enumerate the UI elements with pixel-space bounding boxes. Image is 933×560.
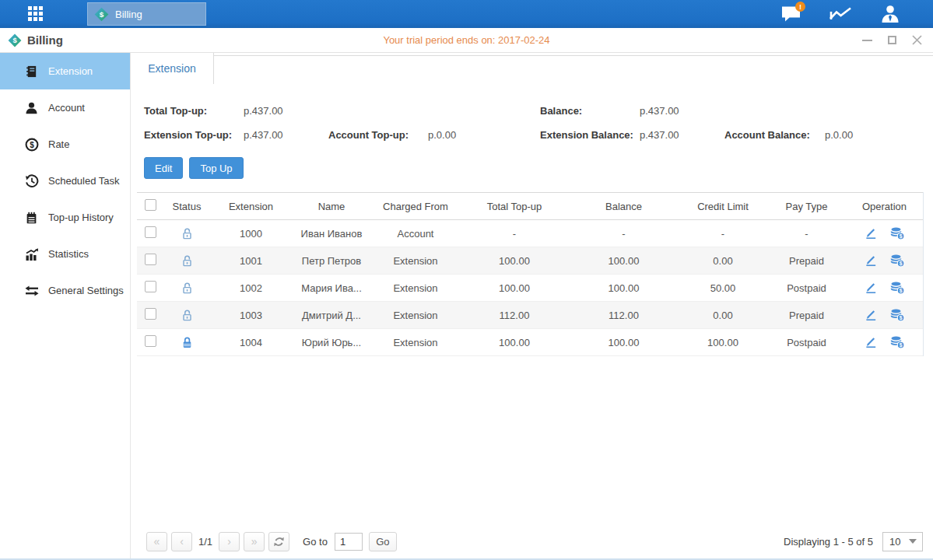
tab-bar: Extension: [131, 53, 933, 84]
cell-total-topup: 112.00: [460, 302, 569, 329]
cell-total-topup: 100.00: [460, 247, 569, 275]
row-checkbox[interactable]: [145, 226, 156, 238]
topup-coins-icon[interactable]: $: [890, 227, 905, 240]
first-page-button[interactable]: «: [146, 532, 167, 551]
topup-button[interactable]: Top Up: [189, 157, 243, 179]
next-page-button[interactable]: ›: [219, 532, 240, 551]
pagination-bar: « ‹ 1/1 › » Go to Go Displaying 1 - 5 of…: [146, 529, 923, 554]
sidebar-item-extension[interactable]: Extension: [0, 53, 130, 89]
edit-pencil-icon[interactable]: [865, 282, 878, 294]
row-checkbox[interactable]: [145, 281, 156, 292]
app-grid-icon[interactable]: [28, 6, 44, 22]
main-content: Extension Total Top-up: p.437.00 Balance…: [131, 53, 933, 558]
sidebar-item-scheduled-task[interactable]: Scheduled Task: [0, 163, 130, 199]
taskbar-item-billing[interactable]: $ Billing: [87, 2, 206, 26]
cell-credit-limit: -: [679, 220, 767, 247]
cell-extension: 1003: [210, 302, 292, 329]
svg-text:$: $: [899, 342, 902, 348]
col-balance: Balance: [569, 193, 679, 220]
cell-name: Петр Петров: [292, 247, 371, 275]
cell-pay-type: Prepaid: [767, 247, 846, 275]
scheduled-task-clock-icon: [24, 174, 39, 188]
statistics-bars-icon: [24, 247, 39, 261]
cell-credit-limit: 0.00: [679, 247, 767, 275]
cell-name: Иван Иванов: [292, 220, 371, 247]
col-name: Name: [292, 193, 371, 220]
sidebar-item-account[interactable]: Account: [0, 89, 130, 126]
cell-name: Мария Ива...: [292, 275, 371, 302]
cell-balance: -: [569, 220, 679, 247]
select-all-checkbox[interactable]: [145, 199, 156, 211]
cell-total-topup: -: [460, 220, 569, 247]
os-topbar: $ Billing !: [0, 0, 933, 28]
table-header-row: Status Extension Name Charged From Total…: [137, 193, 923, 220]
last-page-button[interactable]: »: [244, 532, 265, 551]
billing-diamond-icon: $: [8, 33, 22, 47]
col-extension: Extension: [210, 193, 292, 220]
sidebar-item-label: Statistics: [48, 248, 89, 260]
displaying-count: Displaying 1 - 5 of 5: [784, 536, 873, 548]
cell-extension: 1001: [210, 247, 292, 275]
close-icon[interactable]: [911, 35, 922, 46]
svg-text:$: $: [100, 10, 104, 19]
sidebar-item-label: Top-up History: [48, 212, 114, 223]
sidebar-item-topup-history[interactable]: Top-up History: [0, 199, 130, 236]
table-row: 1004Юрий Юрь...Extension100.00100.00100.…: [137, 329, 923, 356]
minimize-icon[interactable]: [861, 35, 872, 46]
statistics-chart-icon[interactable]: [829, 3, 852, 25]
user-account-icon[interactable]: [879, 3, 902, 25]
topup-coins-icon[interactable]: $: [890, 254, 905, 268]
refresh-button[interactable]: [268, 532, 289, 551]
row-checkbox[interactable]: [145, 254, 156, 265]
edit-pencil-icon[interactable]: [865, 254, 878, 267]
account-topup-value: p.0.00: [428, 129, 540, 141]
cell-pay-type: Prepaid: [767, 302, 846, 329]
page-size-value: 10: [889, 536, 900, 548]
cell-charged-from: Extension: [371, 247, 460, 275]
table-row: 1002Мария Ива...Extension100.00100.0050.…: [137, 275, 923, 302]
sidebar-item-rate[interactable]: $ Rate: [0, 126, 130, 163]
page-size-select[interactable]: 10: [882, 532, 923, 551]
table-row: 1003Дмитрий Д...Extension112.00112.000.0…: [137, 302, 923, 329]
edit-pencil-icon[interactable]: [865, 227, 878, 240]
window-title-text: Billing: [27, 33, 63, 47]
row-checkbox[interactable]: [145, 335, 156, 347]
extension-topup-value: p.437.00: [244, 129, 328, 141]
topup-coins-icon[interactable]: $: [890, 282, 905, 295]
sidebar-item-label: Scheduled Task: [48, 175, 120, 187]
col-pay-type: Pay Type: [767, 193, 846, 220]
account-balance-value: p.0.00: [825, 129, 933, 141]
edit-pencil-icon[interactable]: [865, 336, 878, 348]
tab-extension[interactable]: Extension: [131, 53, 214, 84]
messages-icon[interactable]: !: [779, 3, 802, 25]
general-settings-sliders-icon: [24, 284, 39, 298]
svg-text:$: $: [899, 288, 902, 294]
total-topup-label: Total Top-up:: [144, 105, 244, 117]
account-balance-label: Account Balance:: [724, 129, 825, 141]
prev-page-button[interactable]: ‹: [171, 532, 192, 551]
sidebar-item-statistics[interactable]: Statistics: [0, 236, 130, 272]
edit-pencil-icon[interactable]: [865, 309, 878, 321]
sidebar-item-general-settings[interactable]: General Settings: [0, 272, 130, 309]
tabbar-divider: [214, 55, 933, 84]
edit-button[interactable]: Edit: [144, 157, 183, 179]
cell-pay-type: Postpaid: [767, 329, 846, 356]
topup-coins-icon[interactable]: $: [890, 336, 905, 349]
lock-open-icon: [181, 227, 193, 240]
row-checkbox[interactable]: [145, 308, 156, 320]
col-operation: Operation: [846, 193, 923, 220]
cell-charged-from: Account: [371, 220, 460, 247]
balance-value: p.437.00: [640, 105, 724, 117]
goto-page-input[interactable]: [335, 533, 363, 551]
go-button[interactable]: Go: [369, 532, 397, 551]
taskbar-item-label: Billing: [115, 9, 142, 20]
cell-balance: 112.00: [569, 302, 679, 329]
cell-pay-type: Postpaid: [767, 275, 846, 302]
extension-balance-value: p.437.00: [640, 129, 724, 141]
lock-closed-icon: [181, 336, 193, 349]
total-topup-value: p.437.00: [244, 105, 328, 117]
extension-topup-label: Extension Top-up:: [144, 129, 244, 141]
sidebar-item-label: General Settings: [48, 285, 124, 296]
topup-coins-icon[interactable]: $: [890, 309, 905, 322]
maximize-icon[interactable]: [886, 35, 897, 46]
